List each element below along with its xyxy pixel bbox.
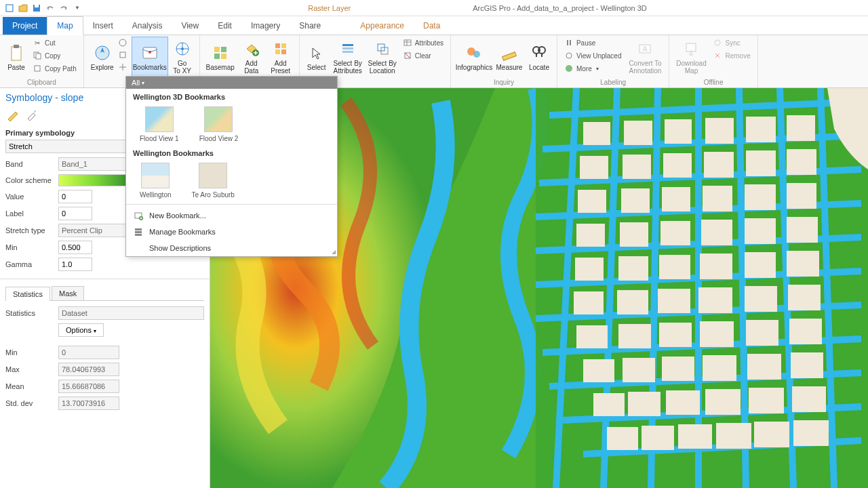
svg-rect-86: [789, 319, 822, 344]
dropdown-filter[interactable]: All▾: [126, 77, 337, 89]
svg-rect-107: [135, 228, 142, 230]
explore-button[interactable]: Explore: [88, 37, 117, 77]
convert-annotation-button[interactable]: AConvert To Annotation: [625, 37, 665, 77]
svg-rect-61: [745, 184, 776, 210]
nav-tool-icon[interactable]: [118, 50, 130, 61]
nav-tool-icon[interactable]: [118, 38, 130, 49]
open-project-icon[interactable]: [18, 3, 28, 14]
select-button[interactable]: Select: [304, 37, 330, 77]
goto-xy-button[interactable]: Go To XY: [170, 37, 195, 77]
value-input[interactable]: [58, 190, 92, 203]
tab-edit[interactable]: Edit: [208, 17, 241, 35]
svg-rect-102: [716, 423, 751, 449]
infographics-icon: [465, 43, 484, 62]
statistics-select[interactable]: [58, 306, 204, 320]
paste-icon: [7, 43, 26, 62]
measure-button[interactable]: Measure: [494, 37, 524, 77]
bookmarks-icon: [140, 43, 159, 62]
nav-tool-icon[interactable]: [118, 62, 130, 73]
locate-button[interactable]: Locate: [526, 37, 553, 77]
basemap-button[interactable]: Basemap: [204, 37, 237, 77]
infographics-button[interactable]: Infographics: [455, 37, 493, 77]
svg-rect-58: [621, 188, 650, 213]
svg-rect-87: [583, 359, 614, 382]
basemap-icon: [211, 43, 230, 62]
bookmark-flood-view-1[interactable]: Flood View 1: [140, 106, 179, 142]
qat-dropdown-icon[interactable]: ▼: [72, 3, 83, 14]
copy-path-button[interactable]: Copy Path: [30, 62, 79, 75]
svg-rect-95: [666, 390, 700, 415]
bookmarks-button[interactable]: Bookmarks: [132, 37, 168, 77]
tab-share[interactable]: Share: [290, 17, 330, 35]
tab-appearance[interactable]: Appearance: [351, 17, 414, 35]
tab-map[interactable]: Map: [47, 16, 83, 35]
new-project-icon[interactable]: [4, 3, 15, 14]
copy-button[interactable]: Copy: [30, 49, 79, 62]
pause-labeling-button[interactable]: Pause: [561, 37, 625, 49]
undo-icon[interactable]: [45, 3, 56, 14]
group-labeling: Pause View Unplaced More▾ AConvert To An…: [557, 35, 670, 87]
symbology-tool-icon[interactable]: [5, 107, 20, 122]
show-descriptions-button[interactable]: Show Descriptions: [126, 240, 337, 256]
explore-icon: [93, 43, 112, 62]
stat-std: [58, 396, 119, 410]
remove-button[interactable]: Remove: [710, 49, 753, 62]
svg-rect-89: [662, 357, 694, 381]
resize-grip-icon[interactable]: ◢: [332, 249, 336, 255]
options-button[interactable]: Options ▾: [58, 323, 104, 337]
svg-rect-3: [12, 47, 21, 60]
bookmark-group-label: Wellington Bookmarks: [126, 145, 337, 159]
bookmark-flood-view-2[interactable]: Flood View 2: [199, 106, 239, 142]
svg-rect-24: [342, 44, 353, 46]
new-bookmark-button[interactable]: New Bookmark...: [126, 207, 337, 224]
tab-imagery[interactable]: Imagery: [241, 17, 290, 35]
tab-analysis[interactable]: Analysis: [123, 17, 172, 35]
svg-rect-80: [788, 285, 821, 310]
svg-rect-81: [576, 325, 608, 348]
ribbon-tabs: Project Map Insert Analysis View Edit Im…: [0, 16, 868, 35]
subtab-mask[interactable]: Mask: [52, 286, 84, 300]
svg-rect-16: [221, 47, 226, 52]
manage-bookmarks-button[interactable]: Manage Bookmarks: [126, 224, 337, 240]
group-inquiry: Infographics Measure Locate Inquiry: [451, 35, 557, 87]
more-labeling-button[interactable]: More▾: [561, 62, 625, 75]
svg-rect-88: [623, 358, 655, 382]
tab-view[interactable]: View: [172, 17, 208, 35]
svg-rect-10: [120, 52, 125, 58]
sync-button[interactable]: Sync: [710, 37, 753, 49]
select-attr-icon: [338, 39, 357, 58]
symbology-tool-icon[interactable]: [24, 107, 39, 122]
paste-button[interactable]: Paste: [4, 37, 28, 77]
cut-button[interactable]: ✂Cut: [30, 37, 79, 49]
svg-rect-2: [35, 5, 39, 7]
tab-project[interactable]: Project: [3, 17, 47, 35]
svg-rect-37: [570, 40, 571, 45]
min-input[interactable]: [58, 241, 92, 254]
bookmark-wellington[interactable]: Wellington: [140, 163, 172, 199]
goto-xy-icon: [173, 39, 192, 58]
tab-data[interactable]: Data: [414, 17, 450, 35]
redo-icon[interactable]: [58, 3, 69, 14]
bookmark-te-aro[interactable]: Te Aro Suburb: [192, 163, 235, 199]
view-unplaced-button[interactable]: View Unplaced: [561, 49, 625, 62]
svg-rect-65: [660, 221, 690, 245]
svg-rect-23: [281, 49, 286, 54]
save-icon[interactable]: [31, 3, 42, 14]
download-map-button[interactable]: Download Map: [673, 37, 709, 77]
select-by-location-button[interactable]: Select By Location: [366, 37, 399, 77]
add-preset-icon: [271, 39, 290, 58]
select-by-attributes-button[interactable]: Select By Attributes: [331, 37, 365, 77]
tab-insert[interactable]: Insert: [83, 17, 123, 35]
add-data-button[interactable]: Add Data: [238, 37, 265, 77]
clear-button[interactable]: Clear: [400, 49, 446, 62]
svg-rect-82: [618, 324, 651, 348]
svg-rect-15: [214, 47, 220, 52]
subtab-statistics[interactable]: Statistics: [5, 287, 50, 301]
gamma-input[interactable]: [58, 258, 92, 271]
svg-rect-45: [583, 122, 610, 145]
cut-icon: ✂: [33, 38, 42, 47]
svg-rect-73: [745, 252, 776, 278]
attributes-button[interactable]: Attributes: [400, 37, 446, 49]
add-preset-button[interactable]: Add Preset: [267, 37, 295, 77]
label-input[interactable]: [58, 207, 92, 220]
